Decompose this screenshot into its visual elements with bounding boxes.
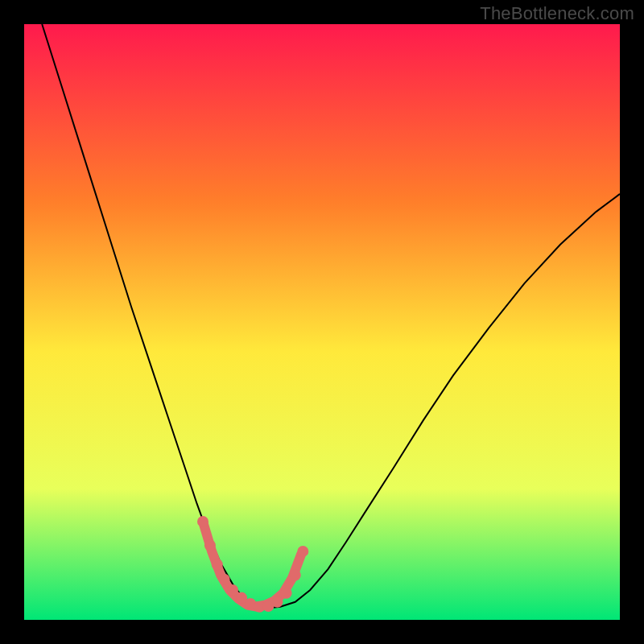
trough-dots-point (212, 559, 223, 570)
gradient-background (24, 24, 620, 620)
plot-area (24, 24, 620, 620)
trough-dots-point (204, 540, 216, 551)
trough-dots-point (227, 584, 238, 596)
trough-dots-point (281, 588, 292, 599)
chart-svg (24, 24, 620, 620)
trough-dots-point (272, 597, 283, 608)
watermark-text: TheBottleneck.com (480, 3, 634, 24)
chart-frame: TheBottleneck.com (0, 0, 644, 644)
trough-dots-point (219, 574, 230, 585)
trough-dots-point (297, 546, 308, 557)
trough-dots-point (290, 570, 301, 581)
trough-dots-point (197, 516, 208, 527)
